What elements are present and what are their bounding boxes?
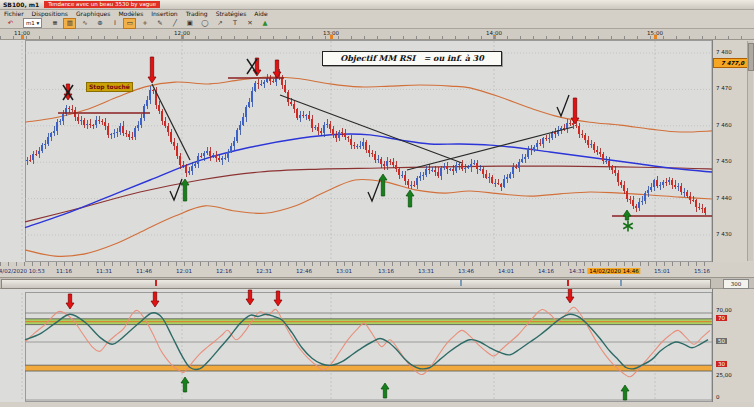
time-label: 13:46 xyxy=(458,268,474,274)
time-label: 14/02/2020 10:53 xyxy=(0,268,45,274)
scroll-signal-tick xyxy=(155,280,157,286)
time-label: 13:01 xyxy=(336,268,352,274)
trendline-icon[interactable]: ╱ xyxy=(168,18,181,29)
hour-label: 13:00 xyxy=(323,30,339,36)
layers-icon[interactable]: ≣ xyxy=(48,18,61,29)
time-label: 14:31 xyxy=(569,268,585,274)
time-label: 12:01 xyxy=(176,268,192,274)
crosshair-icon[interactable]: + xyxy=(138,18,151,29)
objective-annotation[interactable]: Objectif MM RSI = ou inf. à 30 xyxy=(322,51,502,66)
price-axis-label: 7 450 xyxy=(716,158,732,164)
prorealtime-window: SB100, m1Tendance avec un beau 3530 by v… xyxy=(0,0,754,407)
vertical-scrollbar[interactable] xyxy=(747,41,753,261)
scroll-signal-tick xyxy=(620,280,622,286)
workspace-badge: Tendance avec un beau 3530 by vague xyxy=(44,1,160,8)
time-label: 15:01 xyxy=(654,268,670,274)
price-axis-label: 7 430 xyxy=(716,231,732,237)
rsi-axis-label: 70 xyxy=(716,315,727,321)
scroll-signal-tick xyxy=(567,280,569,286)
bar-count-box[interactable]: 300 xyxy=(723,279,749,289)
time-label: 12:46 xyxy=(296,268,312,274)
toolbar: ↶m1 ▾≣▥∿⊕I▭+✎╱▣◯↗T✕▲ xyxy=(0,18,754,29)
window-titlebar: SB100, m1Tendance avec un beau 3530 by v… xyxy=(0,0,754,10)
delete-drawing-icon[interactable]: ✕ xyxy=(243,18,256,29)
time-label: 14:16 xyxy=(538,268,554,274)
time-label-highlighted: 14/02/2020 14:46 xyxy=(587,268,640,274)
time-label: 15:16 xyxy=(694,268,710,274)
rsi-axis-label: 25,00 xyxy=(716,372,732,378)
time-label: 14:01 xyxy=(498,268,514,274)
text-label-icon[interactable]: T xyxy=(228,18,241,29)
hour-marker-icon xyxy=(181,35,184,39)
hour-marker-icon xyxy=(330,35,333,39)
price-axis-label: 7 470 xyxy=(716,85,732,91)
rsi-axis-label: 70,00 xyxy=(716,307,732,313)
ellipse-icon[interactable]: ◯ xyxy=(198,18,211,29)
line-style-icon[interactable]: ∿ xyxy=(78,18,91,29)
time-label: 11:31 xyxy=(96,268,112,274)
time-label: 12:16 xyxy=(216,268,232,274)
hour-label: 15:00 xyxy=(647,30,663,36)
hour-label: 12:00 xyxy=(174,30,190,36)
hour-marker-icon xyxy=(654,35,657,39)
time-label: 13:16 xyxy=(378,268,394,274)
time-label: 12:31 xyxy=(256,268,272,274)
time-label: 11:16 xyxy=(56,268,72,274)
arrow-draw-icon[interactable]: ↗ xyxy=(213,18,226,29)
undo-icon[interactable]: ↶ xyxy=(4,18,17,29)
price-axis-label: 7 440 xyxy=(716,195,732,201)
price-axis-label: 7 460 xyxy=(716,122,732,128)
scroll-signal-tick xyxy=(460,280,462,286)
main-chart-svg[interactable] xyxy=(0,40,754,262)
candlestick-style-icon[interactable]: ▥ xyxy=(63,18,76,29)
top-time-ruler: 11:0012:0013:0014:0015:00 xyxy=(0,29,754,40)
stop-hit-label[interactable]: Stop touché xyxy=(86,82,133,92)
hour-marker-icon xyxy=(493,35,496,39)
hour-marker-icon xyxy=(21,35,24,39)
rsi-oversold-band xyxy=(26,365,712,371)
zoom-in-icon[interactable]: ⊕ xyxy=(93,18,106,29)
hour-label: 11:00 xyxy=(14,30,30,36)
rsi-axis-label: 30 xyxy=(716,361,727,367)
vertical-scrollbar-thumb[interactable] xyxy=(748,43,754,71)
price-axis-label: 7 480 xyxy=(716,49,732,55)
time-label: 11:46 xyxy=(136,268,152,274)
selection-rect-icon[interactable]: ▭ xyxy=(123,18,136,29)
text-cursor-icon[interactable]: I xyxy=(108,18,121,29)
pencil-icon[interactable]: ✎ xyxy=(153,18,166,29)
timeframe-select[interactable]: m1 ▾ xyxy=(23,18,42,28)
hour-label: 14:00 xyxy=(486,30,502,36)
rectangle-icon[interactable]: ▣ xyxy=(183,18,196,29)
time-axis: 14/02/2020 10:5311:1611:3111:4612:0112:1… xyxy=(0,262,754,277)
horizontal-scrollbar[interactable]: 300 xyxy=(0,277,754,289)
chart-growth-icon[interactable]: ▲ xyxy=(258,18,271,29)
rsi-axis-label: 0 xyxy=(716,394,720,400)
window-title: SB100, m1 xyxy=(3,1,39,8)
rsi-indicator-svg[interactable] xyxy=(0,289,754,402)
horizontal-scrollbar-thumb[interactable] xyxy=(1,279,711,289)
time-label: 13:31 xyxy=(418,268,434,274)
rsi-axis: 70,0070503025,000 xyxy=(712,289,754,402)
rsi-axis-label: 50 xyxy=(716,338,727,344)
